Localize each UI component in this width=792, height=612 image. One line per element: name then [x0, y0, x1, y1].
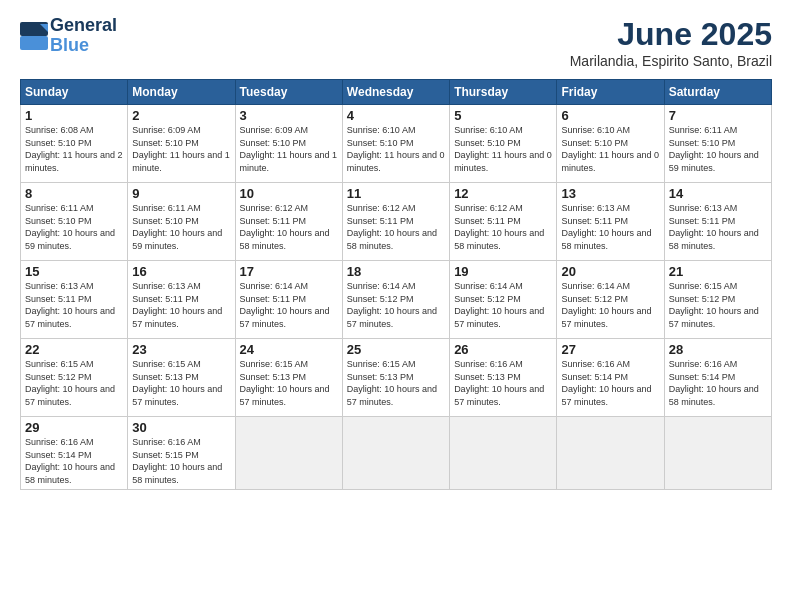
calendar-cell: 9Sunrise: 6:11 AMSunset: 5:10 PMDaylight… [128, 183, 235, 261]
calendar-cell: 28Sunrise: 6:16 AMSunset: 5:14 PMDayligh… [664, 339, 771, 417]
col-tuesday: Tuesday [235, 80, 342, 105]
svg-rect-1 [20, 36, 48, 50]
calendar-row: 1Sunrise: 6:08 AMSunset: 5:10 PMDaylight… [21, 105, 772, 183]
calendar-cell: 24Sunrise: 6:15 AMSunset: 5:13 PMDayligh… [235, 339, 342, 417]
day-number: 19 [454, 264, 552, 279]
cell-info: Sunrise: 6:16 AMSunset: 5:14 PMDaylight:… [25, 436, 123, 486]
month-title: June 2025 [570, 16, 772, 53]
cell-info: Sunrise: 6:16 AMSunset: 5:14 PMDaylight:… [561, 358, 659, 408]
page: General Blue June 2025 Marilandia, Espir… [0, 0, 792, 612]
cell-info: Sunrise: 6:14 AMSunset: 5:12 PMDaylight:… [561, 280, 659, 330]
calendar-cell [342, 417, 449, 490]
col-sunday: Sunday [21, 80, 128, 105]
calendar-cell: 6Sunrise: 6:10 AMSunset: 5:10 PMDaylight… [557, 105, 664, 183]
calendar-cell: 25Sunrise: 6:15 AMSunset: 5:13 PMDayligh… [342, 339, 449, 417]
cell-info: Sunrise: 6:10 AMSunset: 5:10 PMDaylight:… [347, 124, 445, 174]
calendar-cell: 5Sunrise: 6:10 AMSunset: 5:10 PMDaylight… [450, 105, 557, 183]
cell-info: Sunrise: 6:11 AMSunset: 5:10 PMDaylight:… [25, 202, 123, 252]
cell-info: Sunrise: 6:14 AMSunset: 5:12 PMDaylight:… [454, 280, 552, 330]
cell-info: Sunrise: 6:15 AMSunset: 5:12 PMDaylight:… [25, 358, 123, 408]
day-number: 13 [561, 186, 659, 201]
day-number: 29 [25, 420, 123, 435]
day-number: 18 [347, 264, 445, 279]
cell-info: Sunrise: 6:16 AMSunset: 5:14 PMDaylight:… [669, 358, 767, 408]
calendar-cell: 18Sunrise: 6:14 AMSunset: 5:12 PMDayligh… [342, 261, 449, 339]
logo-text: General Blue [50, 16, 117, 56]
cell-info: Sunrise: 6:16 AMSunset: 5:15 PMDaylight:… [132, 436, 230, 486]
calendar-cell [557, 417, 664, 490]
logo: General Blue [20, 16, 117, 56]
day-number: 30 [132, 420, 230, 435]
day-number: 11 [347, 186, 445, 201]
calendar-cell: 22Sunrise: 6:15 AMSunset: 5:12 PMDayligh… [21, 339, 128, 417]
logo-line1: General [50, 16, 117, 36]
day-number: 25 [347, 342, 445, 357]
day-number: 10 [240, 186, 338, 201]
calendar-cell: 19Sunrise: 6:14 AMSunset: 5:12 PMDayligh… [450, 261, 557, 339]
calendar-cell: 15Sunrise: 6:13 AMSunset: 5:11 PMDayligh… [21, 261, 128, 339]
cell-info: Sunrise: 6:16 AMSunset: 5:13 PMDaylight:… [454, 358, 552, 408]
calendar-row: 15Sunrise: 6:13 AMSunset: 5:11 PMDayligh… [21, 261, 772, 339]
calendar-cell: 21Sunrise: 6:15 AMSunset: 5:12 PMDayligh… [664, 261, 771, 339]
calendar-cell: 7Sunrise: 6:11 AMSunset: 5:10 PMDaylight… [664, 105, 771, 183]
cell-info: Sunrise: 6:12 AMSunset: 5:11 PMDaylight:… [454, 202, 552, 252]
day-number: 20 [561, 264, 659, 279]
calendar-cell: 2Sunrise: 6:09 AMSunset: 5:10 PMDaylight… [128, 105, 235, 183]
cell-info: Sunrise: 6:12 AMSunset: 5:11 PMDaylight:… [240, 202, 338, 252]
calendar-cell: 1Sunrise: 6:08 AMSunset: 5:10 PMDaylight… [21, 105, 128, 183]
logo-line2: Blue [50, 36, 117, 56]
cell-info: Sunrise: 6:13 AMSunset: 5:11 PMDaylight:… [561, 202, 659, 252]
col-thursday: Thursday [450, 80, 557, 105]
calendar-cell: 27Sunrise: 6:16 AMSunset: 5:14 PMDayligh… [557, 339, 664, 417]
day-number: 28 [669, 342, 767, 357]
cell-info: Sunrise: 6:15 AMSunset: 5:13 PMDaylight:… [132, 358, 230, 408]
day-number: 15 [25, 264, 123, 279]
day-number: 21 [669, 264, 767, 279]
cell-info: Sunrise: 6:11 AMSunset: 5:10 PMDaylight:… [669, 124, 767, 174]
calendar-row: 8Sunrise: 6:11 AMSunset: 5:10 PMDaylight… [21, 183, 772, 261]
day-number: 17 [240, 264, 338, 279]
cell-info: Sunrise: 6:13 AMSunset: 5:11 PMDaylight:… [669, 202, 767, 252]
cell-info: Sunrise: 6:13 AMSunset: 5:11 PMDaylight:… [132, 280, 230, 330]
day-number: 22 [25, 342, 123, 357]
calendar-cell: 23Sunrise: 6:15 AMSunset: 5:13 PMDayligh… [128, 339, 235, 417]
calendar-cell: 3Sunrise: 6:09 AMSunset: 5:10 PMDaylight… [235, 105, 342, 183]
cell-info: Sunrise: 6:15 AMSunset: 5:13 PMDaylight:… [347, 358, 445, 408]
title-area: June 2025 Marilandia, Espirito Santo, Br… [570, 16, 772, 69]
day-number: 7 [669, 108, 767, 123]
cell-info: Sunrise: 6:09 AMSunset: 5:10 PMDaylight:… [132, 124, 230, 174]
calendar-cell: 4Sunrise: 6:10 AMSunset: 5:10 PMDaylight… [342, 105, 449, 183]
day-number: 27 [561, 342, 659, 357]
calendar-cell: 13Sunrise: 6:13 AMSunset: 5:11 PMDayligh… [557, 183, 664, 261]
cell-info: Sunrise: 6:14 AMSunset: 5:12 PMDaylight:… [347, 280, 445, 330]
calendar-cell: 8Sunrise: 6:11 AMSunset: 5:10 PMDaylight… [21, 183, 128, 261]
header: General Blue June 2025 Marilandia, Espir… [20, 16, 772, 69]
cell-info: Sunrise: 6:10 AMSunset: 5:10 PMDaylight:… [454, 124, 552, 174]
cell-info: Sunrise: 6:14 AMSunset: 5:11 PMDaylight:… [240, 280, 338, 330]
calendar-cell: 16Sunrise: 6:13 AMSunset: 5:11 PMDayligh… [128, 261, 235, 339]
cell-info: Sunrise: 6:15 AMSunset: 5:13 PMDaylight:… [240, 358, 338, 408]
day-number: 2 [132, 108, 230, 123]
day-number: 6 [561, 108, 659, 123]
calendar-row: 22Sunrise: 6:15 AMSunset: 5:12 PMDayligh… [21, 339, 772, 417]
day-number: 8 [25, 186, 123, 201]
day-number: 12 [454, 186, 552, 201]
calendar-cell [450, 417, 557, 490]
cell-info: Sunrise: 6:13 AMSunset: 5:11 PMDaylight:… [25, 280, 123, 330]
day-number: 5 [454, 108, 552, 123]
calendar-table: Sunday Monday Tuesday Wednesday Thursday… [20, 79, 772, 490]
cell-info: Sunrise: 6:09 AMSunset: 5:10 PMDaylight:… [240, 124, 338, 174]
day-number: 24 [240, 342, 338, 357]
calendar-cell: 26Sunrise: 6:16 AMSunset: 5:13 PMDayligh… [450, 339, 557, 417]
calendar-header-row: Sunday Monday Tuesday Wednesday Thursday… [21, 80, 772, 105]
calendar-cell: 11Sunrise: 6:12 AMSunset: 5:11 PMDayligh… [342, 183, 449, 261]
calendar-cell: 17Sunrise: 6:14 AMSunset: 5:11 PMDayligh… [235, 261, 342, 339]
cell-info: Sunrise: 6:12 AMSunset: 5:11 PMDaylight:… [347, 202, 445, 252]
calendar-cell: 20Sunrise: 6:14 AMSunset: 5:12 PMDayligh… [557, 261, 664, 339]
col-friday: Friday [557, 80, 664, 105]
cell-info: Sunrise: 6:11 AMSunset: 5:10 PMDaylight:… [132, 202, 230, 252]
calendar-cell: 10Sunrise: 6:12 AMSunset: 5:11 PMDayligh… [235, 183, 342, 261]
calendar-cell [664, 417, 771, 490]
day-number: 9 [132, 186, 230, 201]
calendar-cell: 12Sunrise: 6:12 AMSunset: 5:11 PMDayligh… [450, 183, 557, 261]
